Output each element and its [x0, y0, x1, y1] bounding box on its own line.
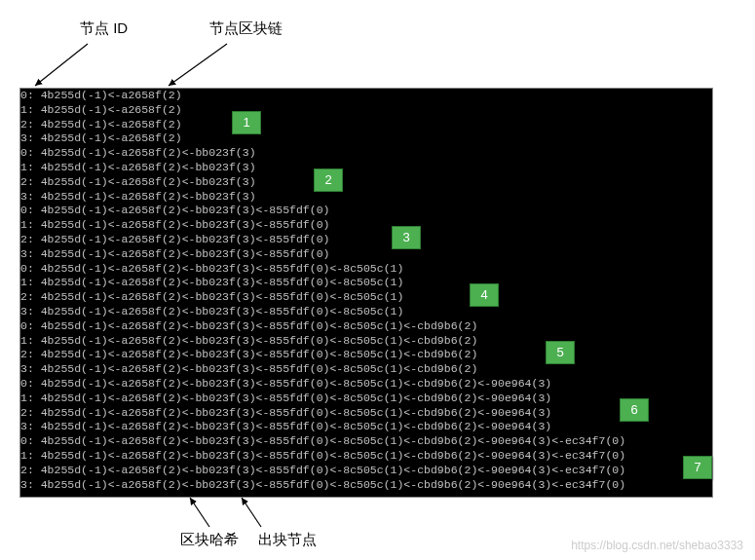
svg-line-3 — [242, 498, 261, 527]
terminal-line: 3: 4b255d(-1)<-a2658f(2) — [20, 131, 712, 146]
arrow-producer-node — [234, 493, 273, 532]
terminal-line: 2: 4b255d(-1)<-a2658f(2)<-bb023f(3)<-855… — [20, 348, 712, 362]
terminal-line: 3: 4b255d(-1)<-a2658f(2)<-bb023f(3) — [20, 190, 712, 205]
badge-5: 5 — [546, 341, 575, 364]
terminal-line: 0: 4b255d(-1)<-a2658f(2)<-bb023f(3) — [20, 146, 712, 161]
label-node-blockchain: 节点区块链 — [209, 19, 283, 38]
label-node-id: 节点 ID — [80, 19, 128, 38]
terminal-line: 2: 4b255d(-1)<-a2658f(2) — [20, 118, 712, 132]
terminal-line: 1: 4b255d(-1)<-a2658f(2)<-bb023f(3)<-855… — [20, 334, 712, 349]
terminal-line: 0: 4b255d(-1)<-a2658f(2) — [20, 89, 712, 103]
terminal-line: 2: 4b255d(-1)<-a2658f(2)<-bb023f(3)<-855… — [20, 406, 712, 421]
terminal-line: 0: 4b255d(-1)<-a2658f(2)<-bb023f(3)<-855… — [20, 204, 712, 218]
badge-7: 7 — [683, 456, 712, 479]
badge-3: 3 — [392, 226, 421, 249]
terminal-line: 0: 4b255d(-1)<-a2658f(2)<-bb023f(3)<-855… — [20, 319, 712, 334]
badge-2: 2 — [314, 168, 343, 192]
badge-1: 1 — [232, 111, 261, 134]
terminal-line: 0: 4b255d(-1)<-a2658f(2)<-bb023f(3)<-855… — [20, 434, 712, 449]
svg-line-2 — [190, 498, 209, 527]
terminal-output: 0: 4b255d(-1)<-a2658f(2)1: 4b255d(-1)<-a… — [19, 88, 713, 498]
terminal-line: 2: 4b255d(-1)<-a2658f(2)<-bb023f(3) — [20, 175, 712, 190]
terminal-line: 2: 4b255d(-1)<-a2658f(2)<-bb023f(3)<-855… — [20, 233, 712, 247]
terminal-line: 0: 4b255d(-1)<-a2658f(2)<-bb023f(3)<-855… — [20, 262, 712, 277]
label-producer-node: 出块节点 — [258, 531, 317, 549]
svg-line-1 — [169, 44, 227, 86]
terminal-line: 1: 4b255d(-1)<-a2658f(2) — [20, 103, 712, 118]
terminal-line: 3: 4b255d(-1)<-a2658f(2)<-bb023f(3)<-855… — [20, 420, 712, 434]
watermark: https://blog.csdn.net/shebao3333 — [571, 539, 743, 552]
terminal-line: 2: 4b255d(-1)<-a2658f(2)<-bb023f(3)<-855… — [20, 290, 712, 305]
arrow-block-hash — [180, 493, 219, 532]
svg-line-0 — [35, 44, 88, 86]
terminal-line: 3: 4b255d(-1)<-a2658f(2)<-bb023f(3)<-855… — [20, 305, 712, 319]
arrow-node-blockchain — [161, 39, 239, 93]
terminal-line: 1: 4b255d(-1)<-a2658f(2)<-bb023f(3)<-855… — [20, 392, 712, 406]
arrow-node-id — [29, 39, 97, 93]
badge-4: 4 — [470, 283, 499, 307]
terminal-line: 2: 4b255d(-1)<-a2658f(2)<-bb023f(3)<-855… — [20, 464, 712, 478]
terminal-line: 1: 4b255d(-1)<-a2658f(2)<-bb023f(3) — [20, 161, 712, 175]
terminal-line: 1: 4b255d(-1)<-a2658f(2)<-bb023f(3)<-855… — [20, 449, 712, 464]
badge-6: 6 — [620, 398, 649, 422]
terminal-line: 1: 4b255d(-1)<-a2658f(2)<-bb023f(3)<-855… — [20, 218, 712, 233]
terminal-line: 1: 4b255d(-1)<-a2658f(2)<-bb023f(3)<-855… — [20, 276, 712, 290]
label-block-hash: 区块哈希 — [180, 531, 239, 549]
terminal-line: 3: 4b255d(-1)<-a2658f(2)<-bb023f(3)<-855… — [20, 478, 712, 493]
terminal-line: 3: 4b255d(-1)<-a2658f(2)<-bb023f(3)<-855… — [20, 362, 712, 377]
terminal-line: 3: 4b255d(-1)<-a2658f(2)<-bb023f(3)<-855… — [20, 247, 712, 262]
terminal-line: 0: 4b255d(-1)<-a2658f(2)<-bb023f(3)<-855… — [20, 377, 712, 392]
